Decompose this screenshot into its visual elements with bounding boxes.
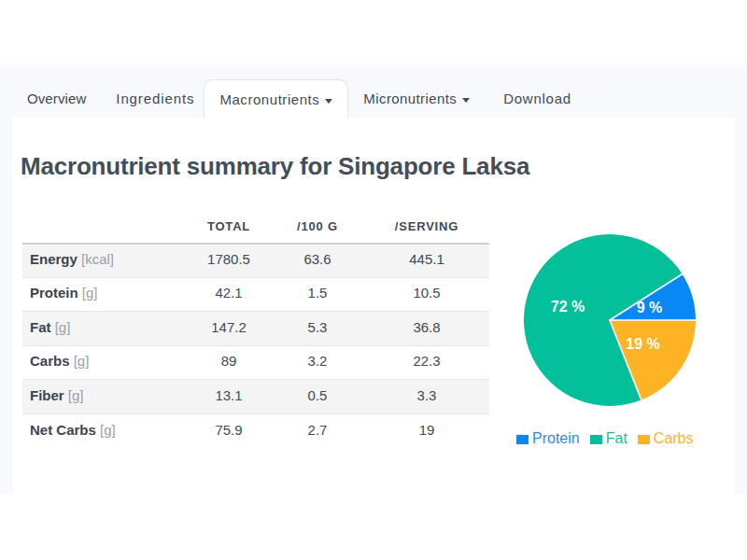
svg-text:72 %: 72 %: [551, 299, 585, 315]
svg-text:19 %: 19 %: [626, 336, 659, 352]
svg-text:9 %: 9 %: [637, 300, 663, 315]
